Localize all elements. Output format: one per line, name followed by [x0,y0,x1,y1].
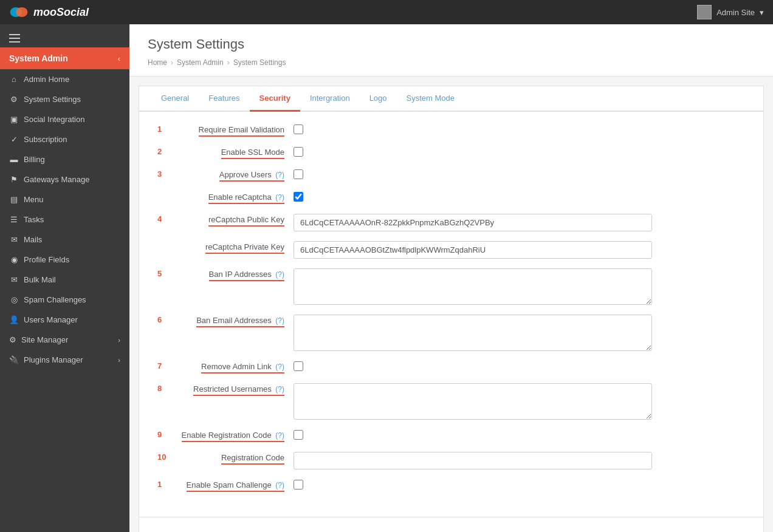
sidebar-item-tasks[interactable]: ☰ Tasks [0,210,129,230]
enable-registration-code-checkbox[interactable] [294,430,303,440]
hamburger-button[interactable] [0,29,29,47]
sidebar-item-mails[interactable]: ✉ Mails [0,230,129,250]
enable-registration-code-help[interactable]: (?) [275,431,284,440]
sidebar-item-label: Mails [24,235,42,244]
sidebar-item-label: Spam Challenges [24,295,86,304]
admin-site-menu[interactable]: Admin Site ▾ [697,5,764,19]
chevron-left-icon: ‹ [118,54,120,63]
tasks-icon: ☰ [9,215,19,224]
breadcrumb-sep-1: › [171,58,173,67]
sidebar-item-gateways-manage[interactable]: ⚑ Gateways Manage [0,169,129,189]
breadcrumb-current: System Settings [233,58,286,67]
label-registration-code: Registration Code [172,452,294,465]
recaptcha-private-key-label: reCaptcha Private Key [205,242,284,254]
tab-features[interactable]: Features [199,86,249,112]
logo-area: mooSocial [9,5,89,19]
row-require-email-validation: 1 Require Email Validation [157,124,745,137]
enable-spam-challenge-control [294,479,745,489]
enable-spam-challenge-checkbox[interactable] [294,480,303,489]
row-remove-admin-link: 7 Remove Admin Link (?) [157,361,745,373]
ssl-mode-control [294,146,745,157]
ssl-mode-checkbox[interactable] [294,147,303,157]
restricted-usernames-control [294,383,745,420]
label-restricted-usernames: Restricted Usernames (?) [172,383,294,396]
sidebar-item-menu[interactable]: ▤ Menu [0,189,129,210]
sidebar-item-system-settings[interactable]: ⚙ System Settings [0,89,129,109]
ban-email-textarea[interactable] [294,315,652,351]
ban-ip-help[interactable]: (?) [275,270,284,279]
sidebar-site-manager[interactable]: ⚙ Site Manager › [0,330,129,350]
row-recaptcha-public-key: 4 reCaptcha Public Key [157,214,745,231]
logo-icon [9,5,29,19]
hamburger-line-3 [9,41,20,43]
ban-email-label: Ban Email Addresses (?) [196,316,284,327]
content-area: System Settings Home › System Admin › Sy… [129,24,773,532]
sidebar-item-users-manager[interactable]: 👤 Users Manager [0,310,129,330]
ban-ip-textarea[interactable] [294,268,652,305]
enable-recaptcha-checkbox[interactable] [294,192,303,202]
sidebar-item-label: Menu [24,195,44,204]
label-enable-recaptcha: Enable reCaptcha (?) [172,191,294,204]
content-card: General Features Security Intergration L… [139,86,764,532]
tab-logo[interactable]: Logo [360,86,397,112]
row-number-6: 6 [157,315,170,324]
sidebar-item-subscription[interactable]: ✓ Subscription [0,129,129,149]
row-recaptcha-private-key: reCaptcha Private Key [157,241,745,259]
require-email-checkbox[interactable] [294,124,303,134]
tab-security[interactable]: Security [250,86,300,112]
sidebar-system-admin[interactable]: System Admin ‹ [0,47,129,69]
svg-point-1 [16,7,27,17]
row-number-11: 1 [157,479,170,489]
restricted-usernames-help[interactable]: (?) [275,385,284,394]
breadcrumb-home[interactable]: Home [148,58,167,67]
sidebar-item-social-integration[interactable]: ▣ Social Integration [0,109,129,129]
sidebar-plugins-manager[interactable]: 🔌 Plugins Manager › [0,350,129,370]
label-require-email: Require Email Validation [172,124,294,137]
approve-users-help[interactable]: (?) [275,171,284,179]
enable-recaptcha-help[interactable]: (?) [275,193,284,202]
home-icon: ⌂ [9,75,19,84]
row-enable-spam-challenge: 1 Enable Spam Challenge (?) [157,479,745,492]
restricted-usernames-textarea[interactable] [294,383,652,420]
recaptcha-private-key-control [294,241,745,259]
page-title: System Settings [148,36,755,52]
ban-ip-control [294,268,745,305]
sidebar-item-bulk-mail[interactable]: ✉ Bulk Mail [0,270,129,290]
remove-admin-link-checkbox[interactable] [294,361,303,371]
enable-spam-challenge-help[interactable]: (?) [275,481,284,489]
sidebar-item-admin-home[interactable]: ⌂ Admin Home [0,69,129,89]
tab-integration[interactable]: Intergration [300,86,360,112]
tabs-bar: General Features Security Intergration L… [139,86,763,112]
require-email-control [294,124,745,134]
top-navbar: mooSocial Admin Site ▾ [0,0,773,24]
billing-icon: ▬ [9,155,19,164]
sidebar-item-spam-challenges[interactable]: ◎ Spam Challenges [0,290,129,310]
approve-users-checkbox[interactable] [294,169,303,179]
row-number-5: 5 [157,268,170,278]
recaptcha-private-key-input[interactable] [294,241,652,259]
chevron-right-icon-2: › [118,356,120,364]
remove-admin-link-help[interactable]: (?) [275,363,284,371]
recaptcha-public-key-input[interactable] [294,214,652,231]
sidebar-top [0,24,129,47]
ban-email-help[interactable]: (?) [275,316,284,325]
tab-general[interactable]: General [151,86,199,112]
breadcrumb-system-admin[interactable]: System Admin [177,58,224,67]
row-number-10: 10 [157,452,170,462]
mail-icon: ✉ [9,235,19,244]
gateway-icon: ⚑ [9,175,19,184]
sidebar-item-billing[interactable]: ▬ Billing [0,149,129,169]
row-number-1: 1 [157,124,170,134]
tab-system-mode[interactable]: System Mode [397,86,464,112]
ban-email-control [294,315,745,351]
form-divider [139,517,763,517]
admin-site-label: Admin Site [716,8,755,17]
sidebar-item-label: Admin Home [24,75,69,84]
remove-admin-link-label: Remove Admin Link (?) [201,362,284,373]
sidebar-item-label: System Settings [24,95,81,104]
row-number-9: 9 [157,429,170,439]
sidebar-item-profile-fields[interactable]: ◉ Profile Fields [0,250,129,270]
registration-code-input[interactable] [294,452,652,469]
row-registration-code: 10 Registration Code [157,452,745,469]
row-number-8: 8 [157,383,170,393]
